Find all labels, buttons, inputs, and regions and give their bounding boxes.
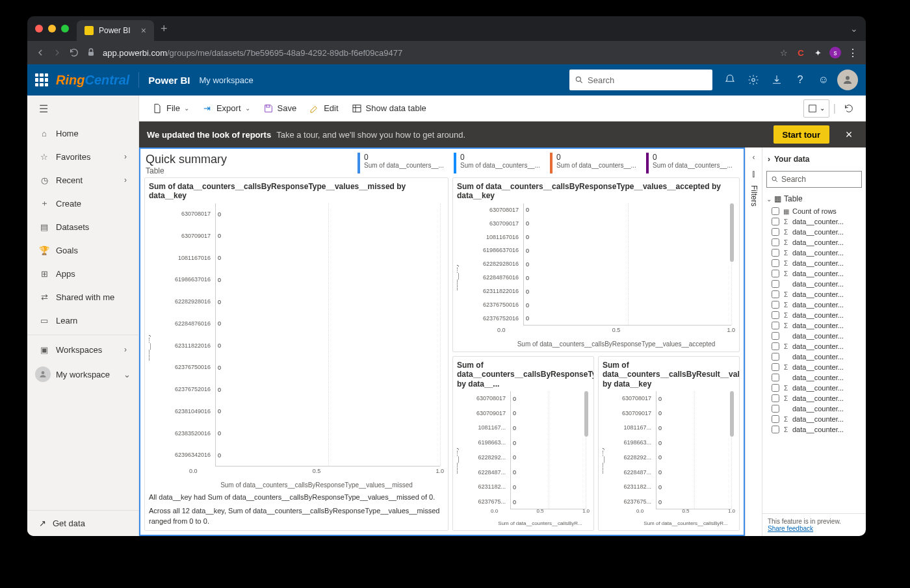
user-avatar[interactable]: [837, 70, 858, 90]
edit-button[interactable]: Edit: [304, 98, 343, 119]
sidebar-item-workspaces[interactable]: ▣ Workspaces ›: [27, 338, 138, 361]
sidebar-item-myworkspace[interactable]: My workspace ⌄: [27, 361, 138, 387]
workspace-breadcrumb[interactable]: My workspace: [200, 75, 254, 85]
chart-card-completed[interactable]: Sum of data__counters__callsByResult__va…: [598, 356, 740, 531]
field-checkbox[interactable]: [772, 270, 779, 277]
maximize-window-button[interactable]: [61, 25, 69, 32]
close-tab-icon[interactable]: ×: [141, 25, 146, 36]
data-field[interactable]: Σdata__counter...: [762, 424, 866, 435]
field-checkbox[interactable]: [772, 238, 779, 246]
kpi-card[interactable]: 0Sum of data__counters__...: [550, 153, 642, 173]
close-window-button[interactable]: [35, 25, 43, 32]
settings-icon[interactable]: [748, 74, 759, 86]
profile-avatar[interactable]: s: [829, 47, 841, 58]
sidebar-item-recent[interactable]: ◷Recent›: [27, 168, 138, 192]
field-checkbox[interactable]: [772, 394, 779, 402]
field-checkbox[interactable]: [772, 249, 779, 257]
notifications-icon[interactable]: [724, 74, 736, 86]
sidebar-item-datasets[interactable]: ▤Datasets: [27, 215, 138, 238]
sidebar-item-create[interactable]: ＋Create: [27, 192, 138, 215]
app-launcher-icon[interactable]: [35, 73, 48, 86]
field-checkbox[interactable]: [772, 207, 779, 215]
chart-card-missed[interactable]: Sum of data__counters__callsByResponseTy…: [144, 177, 448, 531]
data-field[interactable]: Σdata__counter...: [762, 227, 866, 237]
kpi-card[interactable]: 0Sum of data__counters__...: [646, 153, 738, 173]
hamburger-menu-icon[interactable]: ☰: [27, 96, 138, 121]
star-icon[interactable]: ☆: [779, 47, 789, 58]
tabs-dropdown-icon[interactable]: ⌄: [850, 23, 858, 34]
sidebar-item-goals[interactable]: 🏆Goals: [27, 238, 138, 262]
field-checkbox[interactable]: [772, 228, 779, 236]
back-button[interactable]: [35, 47, 46, 58]
browser-tab[interactable]: Power BI ×: [77, 20, 154, 41]
save-button[interactable]: Save: [258, 98, 302, 119]
new-tab-button[interactable]: +: [161, 22, 168, 36]
data-field[interactable]: Σdata__counter...: [762, 248, 866, 258]
chart-card-parkretrieval[interactable]: Sum of data__counters__callsByResponseTy…: [452, 356, 594, 531]
field-checkbox[interactable]: [772, 290, 779, 298]
minimize-window-button[interactable]: [48, 25, 56, 32]
field-checkbox[interactable]: [772, 415, 779, 423]
file-button[interactable]: File⌄: [147, 98, 194, 119]
share-feedback-link[interactable]: Share feedback: [768, 525, 813, 532]
data-field[interactable]: Σdata__counter...: [762, 258, 866, 268]
data-field[interactable]: Σdata__counter...: [762, 310, 866, 320]
export-button[interactable]: ⇥Export⌄: [197, 98, 255, 119]
close-banner-button[interactable]: ×: [840, 125, 858, 144]
data-field[interactable]: Σdata__counter...: [762, 237, 866, 248]
url-display[interactable]: app.powerbi.com/groups/me/datasets/7be59…: [103, 48, 402, 58]
view-dropdown[interactable]: ⌄: [803, 99, 829, 118]
help-icon[interactable]: ?: [794, 74, 806, 86]
data-field[interactable]: data__counter...: [762, 403, 866, 414]
sidebar-item-home[interactable]: ⌂Home: [27, 121, 138, 145]
start-tour-button[interactable]: Start tour: [774, 125, 830, 144]
data-field[interactable]: Σdata__counter...: [762, 216, 866, 227]
extension-c-icon[interactable]: C: [796, 47, 806, 58]
data-field[interactable]: Σdata__counter...: [762, 393, 866, 403]
data-field[interactable]: Σdata__counter...: [762, 383, 866, 393]
reload-button[interactable]: [69, 47, 79, 58]
data-field[interactable]: Σdata__counter...: [762, 414, 866, 424]
field-checkbox[interactable]: [772, 384, 779, 392]
field-checkbox[interactable]: [772, 342, 779, 350]
refresh-button[interactable]: [840, 99, 858, 118]
data-field[interactable]: data__counter...: [762, 372, 866, 383]
kpi-card[interactable]: 0Sum of data__counters__...: [454, 153, 546, 173]
collapse-pane-icon[interactable]: ›: [768, 155, 770, 164]
kpi-card[interactable]: 0Sum of data__counters__...: [358, 153, 450, 173]
data-field[interactable]: Σdata__counter...: [762, 300, 866, 310]
chart-card-accepted[interactable]: Sum of data__counters__callsByResponseTy…: [452, 177, 740, 352]
data-field[interactable]: Σdata__counter...: [762, 289, 866, 300]
sidebar-item-shared-with-me[interactable]: ⇄Shared with me: [27, 285, 138, 309]
browser-menu-icon[interactable]: ⋮: [848, 47, 858, 59]
field-checkbox[interactable]: [772, 353, 779, 361]
data-search-input[interactable]: Search: [766, 171, 862, 188]
search-input[interactable]: Search: [569, 70, 712, 90]
field-checkbox[interactable]: [772, 332, 779, 340]
field-checkbox[interactable]: [772, 259, 779, 267]
show-data-table-button[interactable]: Show data table: [346, 98, 432, 119]
filters-rail[interactable]: ‹ ⫿ Filters: [745, 147, 762, 536]
data-field[interactable]: Σdata__counter...: [762, 268, 866, 279]
data-field[interactable]: Σdata__counter...: [762, 320, 866, 331]
data-field[interactable]: ▦Count of rows: [762, 206, 866, 216]
field-checkbox[interactable]: [772, 322, 779, 329]
field-checkbox[interactable]: [772, 311, 779, 319]
data-table-node[interactable]: ⌄ ▦ Table: [762, 192, 866, 206]
sidebar-item-favorites[interactable]: ☆Favorites›: [27, 145, 138, 168]
field-checkbox[interactable]: [772, 426, 779, 433]
data-field[interactable]: Σdata__counter...: [762, 341, 866, 352]
field-checkbox[interactable]: [772, 363, 779, 371]
download-icon[interactable]: [771, 74, 783, 86]
sidebar-item-getdata[interactable]: ↗ Get data: [27, 510, 138, 536]
forward-button[interactable]: [52, 47, 62, 58]
data-field[interactable]: data__counter...: [762, 352, 866, 362]
feedback-icon[interactable]: ☺: [818, 74, 829, 86]
sidebar-item-apps[interactable]: ⊞Apps: [27, 262, 138, 285]
field-checkbox[interactable]: [772, 374, 779, 381]
data-field[interactable]: data__counter...: [762, 331, 866, 341]
field-checkbox[interactable]: [772, 405, 779, 413]
field-checkbox[interactable]: [772, 301, 779, 309]
field-checkbox[interactable]: [772, 218, 779, 225]
data-field[interactable]: data__counter...: [762, 279, 866, 289]
